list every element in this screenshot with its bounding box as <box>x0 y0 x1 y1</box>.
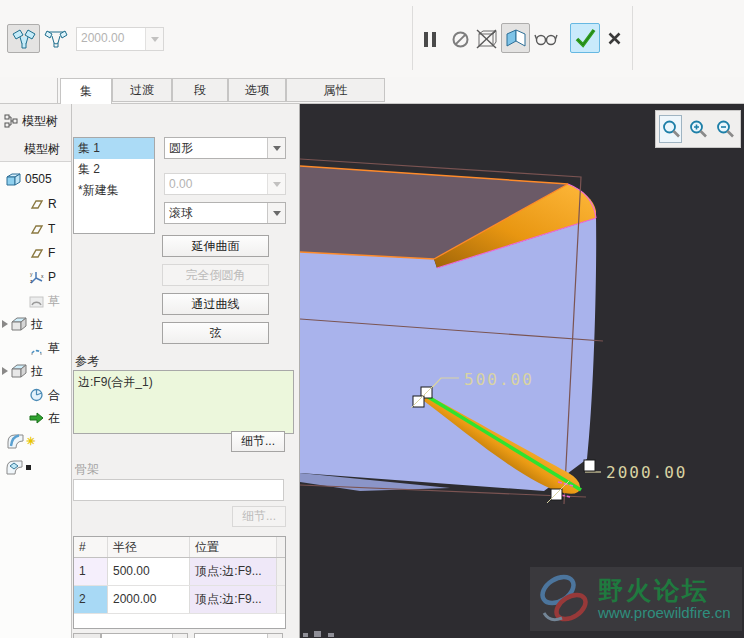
sets-value-combobox[interactable]: 2000.00 <box>76 27 164 51</box>
extend-surfaces-button[interactable]: 延伸曲面 <box>162 235 269 257</box>
cancel-x-icon <box>607 31 622 46</box>
radius-row-1[interactable]: 1 500.00 顶点:边:F9... <box>74 558 285 586</box>
magnifier-button[interactable] <box>659 115 682 143</box>
toolbar-separator <box>412 6 413 70</box>
graphics-area[interactable]: 500.00 2000.00 <box>300 104 744 638</box>
through-curve-button[interactable]: 通过曲线 <box>162 293 269 315</box>
tab-pieces[interactable]: 段 <box>172 78 228 102</box>
tree-item-extrude-2[interactable]: 拉 <box>2 361 43 381</box>
tree-item-merge[interactable]: 合 <box>29 385 60 405</box>
variable-radius-fillet-button[interactable] <box>7 24 40 53</box>
tree-item-datum-right[interactable]: R <box>29 194 57 214</box>
tab-transitions[interactable]: 过渡 <box>112 78 172 102</box>
pause-icon <box>423 31 437 48</box>
section-shape-combobox[interactable]: 圆形 <box>164 137 286 159</box>
zoom-out-button[interactable] <box>714 115 737 143</box>
tab-properties[interactable]: 属性 <box>286 78 385 102</box>
extrude-icon <box>11 364 27 378</box>
tree-item-round-creating[interactable]: ✳ <box>7 431 39 451</box>
variable-fillet-icon <box>11 27 37 51</box>
set-item-1[interactable]: 集 1 <box>74 138 154 159</box>
tab-sets-label: 集 <box>80 83 92 100</box>
expand-arrow-icon[interactable] <box>2 367 8 375</box>
verify-button[interactable] <box>532 26 559 51</box>
reference-entry: 边:F9(合并_1) <box>78 375 153 389</box>
zoom-in-icon <box>688 119 708 139</box>
radius-table-header: # 半径 位置 <box>74 537 285 558</box>
tree-item-datum-front[interactable]: F <box>29 243 55 263</box>
tree-item-csys[interactable]: y z x P <box>29 267 56 287</box>
reference-details-button[interactable]: 细节... <box>231 431 285 452</box>
anchor-handle[interactable] <box>413 396 424 407</box>
round-feature-icon <box>7 434 24 449</box>
tab-options[interactable]: 选项 <box>228 78 286 102</box>
tree-item-round-selected[interactable] <box>6 457 35 477</box>
magnifier-toolbar <box>655 110 741 148</box>
tree-item-sketch-2[interactable]: 草 <box>29 338 60 358</box>
spine-label: 骨架 <box>75 461 99 478</box>
zoom-in-button[interactable] <box>686 115 709 143</box>
expand-arrow-icon[interactable] <box>2 320 8 328</box>
conic-parameter-combobox[interactable]: 0.00 <box>164 173 286 195</box>
chord-button[interactable]: 弦 <box>162 322 269 344</box>
zoom-out-icon <box>715 119 735 139</box>
spine-details-button[interactable]: 细节... <box>232 506 286 527</box>
forum-logo-icon <box>534 571 592 627</box>
creation-method-combobox[interactable]: 滚球 <box>164 202 286 224</box>
watermark-title: 野火论坛 <box>598 578 731 604</box>
cancel-button[interactable] <box>603 27 625 50</box>
set-item-2[interactable]: 集 2 <box>74 159 154 180</box>
model-tree-selector[interactable]: 模型树 <box>20 139 60 159</box>
csys-icon: y z x <box>29 271 44 284</box>
location-value-combobox[interactable] <box>194 633 283 638</box>
references-label: 参考 <box>75 353 99 370</box>
spine-collector[interactable] <box>73 479 284 501</box>
tree-item-insert-here[interactable]: 在 <box>29 408 60 428</box>
ok-button[interactable] <box>570 23 600 53</box>
ok-check-icon <box>573 26 597 50</box>
tab-pieces-label: 段 <box>194 82 206 99</box>
clipped-label-fragment <box>303 631 334 637</box>
model-render: 500.00 2000.00 <box>300 104 744 638</box>
no-preview-button[interactable] <box>448 26 472 52</box>
model-tree-tab[interactable]: 模型树 <box>4 111 58 131</box>
merge-icon <box>29 388 44 402</box>
radius-dim-large[interactable]: 2000.00 <box>606 463 687 482</box>
chevron-down-icon <box>145 28 163 50</box>
tree-item-part[interactable]: 0505 <box>6 169 52 189</box>
dashboard-toolbar: 2000.00 <box>0 0 744 77</box>
unattached-preview-button[interactable] <box>473 25 500 52</box>
insert-here-arrow-icon <box>29 412 44 424</box>
radius-value-combobox[interactable] <box>101 633 188 638</box>
pause-button[interactable] <box>418 26 442 52</box>
set-item-new[interactable]: *新建集 <box>74 180 154 201</box>
tab-sets[interactable]: 集 <box>60 78 112 104</box>
shaded-preview-icon <box>505 28 527 48</box>
toolbar-separator <box>632 6 633 70</box>
tree-item-extrude-1[interactable]: 拉 <box>2 314 43 334</box>
tree-item-datum-top[interactable]: T <box>29 219 55 239</box>
extrude-icon <box>11 317 27 331</box>
full-round-button[interactable]: 完全倒圆角 <box>162 264 269 286</box>
datum-plane-icon <box>29 224 44 235</box>
anchor-handle[interactable] <box>551 489 562 500</box>
tree-structure-icon <box>4 114 18 128</box>
radius-handle[interactable] <box>584 460 595 471</box>
references-collector[interactable]: 边:F9(合并_1) <box>73 370 294 434</box>
add-radius-button[interactable] <box>73 633 101 638</box>
glasses-icon <box>534 31 558 47</box>
transition-mode-button[interactable] <box>42 26 69 52</box>
forum-watermark: 野火论坛 www.proewildfire.cn <box>530 567 742 631</box>
attached-preview-button[interactable] <box>501 23 530 53</box>
sets-listbox[interactable]: 集 1 集 2 *新建集 <box>73 137 155 234</box>
tab-transitions-label: 过渡 <box>130 82 154 99</box>
radius-row-2[interactable]: 2 2000.00 顶点:边:F9... <box>74 586 285 614</box>
magnifier-icon <box>661 119 681 139</box>
sketch-icon <box>29 342 44 355</box>
tree-item-sketch-suppressed[interactable]: 草 <box>29 291 60 311</box>
table-scroll-strip[interactable] <box>277 537 285 557</box>
part-icon <box>6 173 21 186</box>
radius-table[interactable]: # 半径 位置 1 500.00 顶点:边:F9... 2 2000.00 顶点… <box>73 536 286 629</box>
svg-text:x: x <box>41 273 44 279</box>
radius-dim-small[interactable]: 500.00 <box>464 370 534 389</box>
